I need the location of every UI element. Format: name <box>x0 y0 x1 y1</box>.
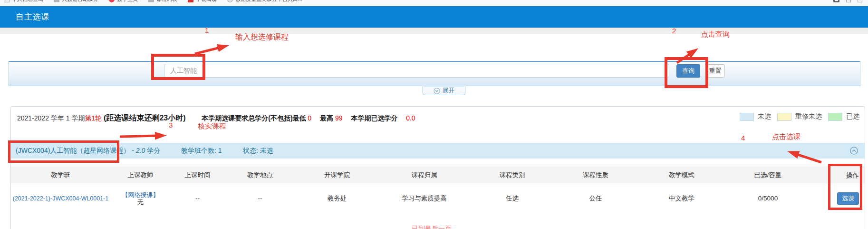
col-header: 教学模式 <box>637 171 726 179</box>
status-legend: 未选 重修未选 已选 <box>740 112 859 121</box>
select-course-button[interactable]: 选课 <box>837 192 859 205</box>
annotation-step1-label: 输入想选修课程 <box>235 32 289 42</box>
col-header-action: 操作 <box>846 167 859 184</box>
header-divider <box>0 28 868 34</box>
page-icon <box>4 0 10 2</box>
class-row: (2021-2022-1)-JWCX004-WL0001-1 【网络授课】 无 … <box>11 184 865 213</box>
col-header: 开课学院 <box>296 171 378 179</box>
legend-label: 未选 <box>758 112 771 121</box>
legend-item-selected: 已选 <box>828 112 859 121</box>
selected-color-swatch <box>828 113 842 121</box>
classes-table-header: 教学班 上课教师 上课时间 教学地点 开课学院 课程归属 课程类别 课程性质 教… <box>11 167 865 183</box>
extension-icon[interactable] <box>846 0 851 2</box>
course-code-name: (JWCX004)人工智能（超星网络课程） <box>16 147 130 154</box>
bookmark-label: 课程列表 <box>156 0 177 3</box>
course-title: (JWCX004)人工智能（超星网络课程） - 2.0 学分 <box>16 143 160 159</box>
col-header: 上课教师 <box>110 171 171 179</box>
retake-color-swatch <box>777 113 791 121</box>
term-semester: 2021-2022 学年 1 学期 <box>17 114 85 122</box>
college-cell: 教务处 <box>296 194 378 203</box>
bookmark-item[interactable]: 数字主页 <box>109 0 138 3</box>
bookmark-label: 数字主页 <box>117 0 138 3</box>
annotation-arrow-step1 <box>195 48 220 54</box>
course-status: 状态: 未选 <box>243 143 273 159</box>
globe-icon <box>227 0 233 2</box>
collapse-chevron-up-icon[interactable] <box>850 147 858 155</box>
course-credit-value: 2.0 <box>136 147 145 154</box>
credit-max-value: 99 <box>335 114 343 122</box>
red-square-favicon-icon <box>188 0 193 2</box>
term-info: 2021-2022 学年 1 学期第1轮 (距选课结束还剩23小时) 本学期选课… <box>17 113 415 123</box>
bookmark-label: 个人信息查询 <box>12 0 43 3</box>
class-place-cell: -- <box>224 195 296 202</box>
legend-label: 已选 <box>846 112 859 121</box>
legend-label: 重修未选 <box>795 112 822 121</box>
credit-rule-label: 本学期选课要求总学分(不包括)最低 <box>202 114 306 122</box>
bookmark-label: 大数据自助服务 <box>62 0 98 3</box>
browser-bookmarks-bar: 个人信息查询 大数据自助服务 数字主页 课程列表 小说阅读 数据质量监测服务平台… <box>0 0 868 6</box>
bookmark-item[interactable]: 大数据自助服务 <box>54 0 98 3</box>
course-selection-page: 个人信息查询 大数据自助服务 数字主页 课程列表 小说阅读 数据质量监测服务平台… <box>0 0 868 229</box>
nature-cell: 公任 <box>554 194 637 203</box>
bookmark-item[interactable]: 小说阅读 <box>188 0 217 3</box>
term-round: 第1轮 <box>85 114 102 122</box>
expand-label: 展开 <box>443 87 454 95</box>
legend-item-retake: 重修未选 <box>777 112 822 121</box>
chosen-credit-label: 本学期已选学分 <box>351 114 397 122</box>
teacher-name: 无 <box>137 199 144 206</box>
chosen-credit-value: 0.0 <box>406 114 415 122</box>
folder-icon <box>148 0 154 2</box>
teaching-class-link[interactable]: (2021-2022-1)-JWCX004-WL0001-1 <box>13 195 108 202</box>
chevron-down-circle-icon <box>434 88 440 94</box>
col-header: 教学班 <box>11 171 110 179</box>
col-header: 上课时间 <box>171 171 224 179</box>
course-search-input[interactable] <box>164 64 669 78</box>
col-header: 已选/容量 <box>726 171 810 179</box>
category-cell: 任选 <box>470 194 554 203</box>
red-dot-favicon-icon <box>109 0 115 2</box>
expand-toggle[interactable]: 展开 <box>423 86 465 95</box>
printer-icon[interactable] <box>833 0 839 2</box>
bookmark-label: 数据质量监测服务平台入口... <box>235 0 302 3</box>
col-header: 课程性质 <box>554 171 637 179</box>
bookmark-item[interactable]: 数据质量监测服务平台入口... <box>227 0 302 3</box>
page-header: 自主选课 <box>0 6 868 28</box>
course-group-header[interactable]: (JWCX004)人工智能（超星网络课程） - 2.0 学分 教学班个数: 1 … <box>11 143 865 159</box>
query-button[interactable]: 查询 <box>676 64 700 78</box>
legend-item-unselected: 未选 <box>740 112 771 121</box>
extension-icon[interactable] <box>858 0 862 2</box>
capacity-cell: 0/5000 <box>726 195 810 202</box>
bookmark-item[interactable]: 个人信息查询 <box>4 0 43 3</box>
folder-icon <box>54 0 59 2</box>
bookmark-item[interactable]: 课程列表 <box>148 0 177 3</box>
online-teaching-tag: 【网络授课】 <box>122 191 159 199</box>
class-count: 教学班个数: 1 <box>181 143 222 159</box>
credit-max-label: 最高 <box>320 114 333 122</box>
credit-min-value: 0 <box>308 114 312 122</box>
col-header: 教学地点 <box>224 171 296 179</box>
page-title: 自主选课 <box>16 6 50 28</box>
end-of-list-note: 已到最后一页 <box>412 225 452 229</box>
belonging-cell: 学习与素质提高 <box>378 194 470 203</box>
reset-button[interactable]: 重置 <box>705 64 725 78</box>
unselected-color-swatch <box>740 113 754 121</box>
mode-cell: 中文教学 <box>637 194 726 203</box>
bookmark-label: 小说阅读 <box>196 0 217 3</box>
col-header: 课程归属 <box>378 171 470 179</box>
course-credit-unit: 学分 <box>147 147 160 154</box>
class-time-cell: -- <box>171 195 224 202</box>
teacher-cell: 【网络授课】 无 <box>110 191 171 206</box>
term-countdown: (距选课结束还剩23小时) <box>104 114 185 122</box>
col-header: 课程类别 <box>470 171 554 179</box>
